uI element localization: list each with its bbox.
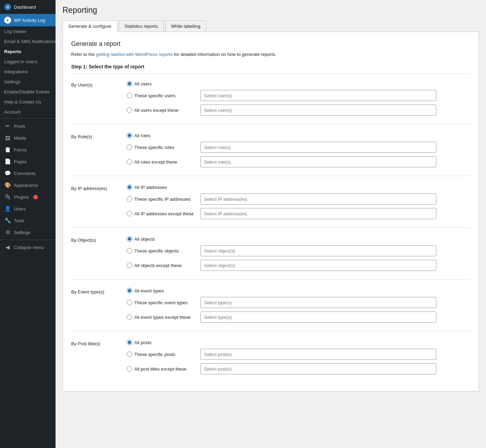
- panel-title: Generate a report: [71, 40, 470, 48]
- sidebar-collapse-label: Collapse menu: [14, 245, 44, 250]
- filter-options-roles: All roles These specific roles All roles…: [127, 133, 470, 167]
- input-except-objects[interactable]: [200, 260, 436, 271]
- sidebar-forms-label: Forms: [14, 147, 27, 152]
- dashboard-icon: ⊞: [4, 3, 11, 10]
- radio-specific-objects-input[interactable]: [127, 248, 132, 254]
- filter-label-users: By User(s): [71, 81, 127, 88]
- sidebar-item-wp-activity-log[interactable]: ● WP Activity Log: [0, 14, 56, 26]
- sidebar-item-forms[interactable]: 📋 Forms: [0, 144, 56, 156]
- sidebar-item-dashboard[interactable]: ⊞ Dashboard: [0, 0, 56, 14]
- radio-specific-objects[interactable]: These specific objects: [127, 248, 196, 254]
- sidebar-comments-label: Comments: [14, 171, 36, 176]
- radio-specific-event-types-input[interactable]: [127, 300, 132, 305]
- tab-white-labelling[interactable]: White labelling: [165, 20, 207, 32]
- filter-section-roles: By Role(s) All roles These specific role…: [71, 133, 470, 167]
- radio-specific-users[interactable]: These specific users: [127, 93, 196, 98]
- input-except-event-types[interactable]: [200, 312, 436, 323]
- radio-specific-ips-input[interactable]: [127, 196, 132, 202]
- radio-all-users[interactable]: All users: [127, 81, 196, 86]
- input-except-ips[interactable]: [200, 208, 436, 219]
- filter-row-except-ips: All IP addresses except these: [127, 208, 470, 219]
- users-icon: 👤: [4, 205, 11, 212]
- tab-statistics-reports[interactable]: Statistics reports: [119, 20, 164, 32]
- sidebar-item-plugins[interactable]: 🔌 Plugins 1: [0, 191, 56, 203]
- page-title: Reporting: [62, 6, 479, 15]
- filter-row-except-users: All users except these: [127, 105, 470, 116]
- radio-all-ips[interactable]: All IP addresses: [127, 184, 196, 190]
- radio-all-event-types[interactable]: All event types: [127, 288, 196, 293]
- radio-except-event-types-input[interactable]: [127, 314, 132, 320]
- filter-row-specific-objects: These specific objects: [127, 245, 470, 256]
- sidebar-item-help-contact-us[interactable]: Help & Contact Us: [0, 97, 56, 107]
- sidebar-item-users[interactable]: 👤 Users: [0, 203, 56, 215]
- sidebar-item-enable-disable-events[interactable]: Enable/Disable Events: [0, 87, 56, 97]
- filter-row-all-roles: All roles: [127, 133, 470, 138]
- radio-except-event-types[interactable]: All event types except these: [127, 314, 196, 320]
- radio-except-objects[interactable]: All objects except these: [127, 263, 196, 268]
- input-specific-ips[interactable]: [200, 193, 436, 205]
- radio-except-ips[interactable]: All IP addresses except these: [127, 211, 196, 216]
- sidebar-item-comments[interactable]: 💬 Comments: [0, 167, 56, 179]
- radio-all-users-input[interactable]: [127, 81, 132, 86]
- sidebar-item-pages[interactable]: 📄 Pages: [0, 156, 56, 167]
- input-specific-posts[interactable]: [200, 349, 436, 360]
- input-specific-roles[interactable]: [200, 142, 436, 153]
- sidebar-item-tools[interactable]: 🔧 Tools: [0, 215, 56, 226]
- radio-all-posts[interactable]: All posts: [127, 340, 196, 345]
- divider-event-types: [71, 331, 470, 331]
- sidebar-item-account[interactable]: Account: [0, 107, 56, 117]
- sidebar-collapse-menu[interactable]: ◀ Collapse menu: [0, 241, 56, 253]
- radio-specific-ips[interactable]: These specific IP addresses: [127, 196, 196, 202]
- filter-row-except-posts: All post titles except these: [127, 363, 470, 374]
- radio-specific-ips-label: These specific IP addresses: [134, 197, 191, 202]
- filter-label-roles: By Role(s): [71, 133, 127, 139]
- tab-generate-configure[interactable]: Generate & configure: [62, 20, 117, 32]
- filter-options-objects: All objects These specific objects All o…: [127, 236, 470, 271]
- radio-except-users-input[interactable]: [127, 107, 132, 113]
- sidebar-item-logged-in-users[interactable]: Logged In Users: [0, 57, 56, 67]
- radio-except-ips-input[interactable]: [127, 211, 132, 216]
- radio-all-posts-input[interactable]: [127, 340, 132, 345]
- radio-except-objects-input[interactable]: [127, 263, 132, 268]
- sidebar-item-settings-wp[interactable]: ⚙ Settings: [0, 226, 56, 238]
- radio-all-roles-input[interactable]: [127, 133, 132, 138]
- sidebar-item-email-sms[interactable]: Email & SMS Notifications: [0, 36, 56, 47]
- radio-all-objects[interactable]: All objects: [127, 236, 196, 242]
- radio-specific-posts[interactable]: These specific posts: [127, 351, 196, 357]
- input-specific-event-types[interactable]: [200, 297, 436, 308]
- radio-except-users[interactable]: All users except these: [127, 107, 196, 113]
- radio-except-roles[interactable]: All roles except these: [127, 159, 196, 165]
- radio-all-roles-label: All roles: [134, 133, 150, 138]
- radio-except-roles-input[interactable]: [127, 159, 132, 165]
- radio-all-event-types-input[interactable]: [127, 288, 132, 293]
- settings-icon: ⚙: [4, 229, 11, 236]
- filter-row-specific-posts: These specific posts: [127, 349, 470, 360]
- sidebar-item-posts[interactable]: ✏ Posts: [0, 120, 56, 132]
- input-except-posts[interactable]: [200, 363, 436, 374]
- radio-all-ips-input[interactable]: [127, 184, 132, 190]
- radio-except-posts[interactable]: All post titles except these: [127, 366, 196, 372]
- input-specific-objects[interactable]: [200, 245, 436, 256]
- input-except-roles[interactable]: [200, 156, 436, 167]
- sidebar-item-appearance[interactable]: 🎨 Appearance: [0, 179, 56, 191]
- radio-all-objects-input[interactable]: [127, 236, 132, 242]
- sidebar-item-reports[interactable]: Reports: [0, 47, 56, 57]
- panel-desc-prefix: Refer to the: [71, 52, 96, 57]
- radio-specific-posts-input[interactable]: [127, 351, 132, 357]
- radio-all-ips-label: All IP addresses: [134, 185, 167, 190]
- input-except-users[interactable]: [200, 105, 436, 116]
- radio-specific-roles[interactable]: These specific roles: [127, 144, 196, 150]
- radio-specific-roles-input[interactable]: [127, 144, 132, 150]
- sidebar-item-settings[interactable]: Settings: [0, 77, 56, 87]
- sidebar-item-log-viewer[interactable]: Log Viewer: [0, 26, 56, 36]
- panel-desc-link[interactable]: getting started with WordPress reports: [96, 52, 173, 57]
- radio-all-roles[interactable]: All roles: [127, 133, 196, 138]
- radio-specific-event-types[interactable]: These specific event types: [127, 300, 196, 305]
- filter-row-specific-roles: These specific roles: [127, 142, 470, 153]
- filter-options-users: All users These specific users All users…: [127, 81, 470, 116]
- radio-except-posts-input[interactable]: [127, 366, 132, 372]
- sidebar-item-media[interactable]: 🖼 Media: [0, 132, 56, 144]
- input-specific-users[interactable]: [200, 90, 436, 101]
- radio-specific-users-input[interactable]: [127, 93, 132, 98]
- sidebar-item-integrations[interactable]: Integrations: [0, 67, 56, 77]
